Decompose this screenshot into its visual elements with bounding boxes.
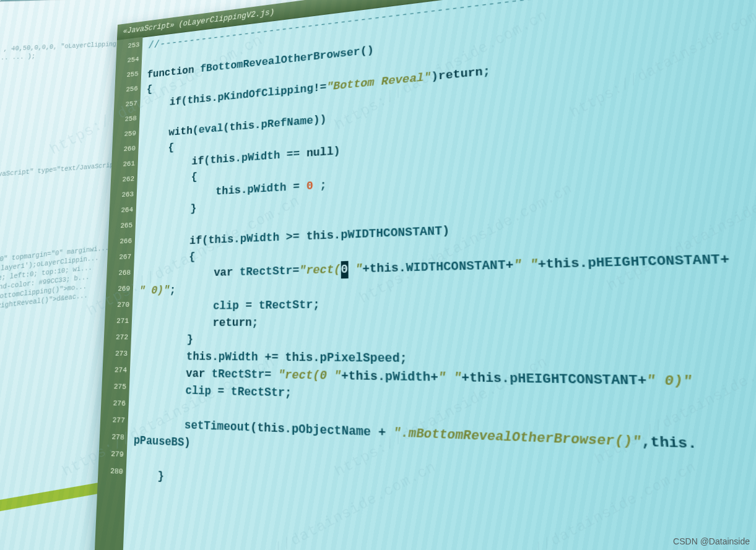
credit-text: CSDN @Datainside <box>673 536 750 546</box>
code-editor-window: «JavaScript» (oLayerClippingV2.js) 25325… <box>90 0 756 550</box>
code-area[interactable]: //--------------------------------------… <box>119 0 756 550</box>
monitor-photo: oLayerClipping.mRef( ... , 40,50,0,0,0, … <box>0 0 756 550</box>
